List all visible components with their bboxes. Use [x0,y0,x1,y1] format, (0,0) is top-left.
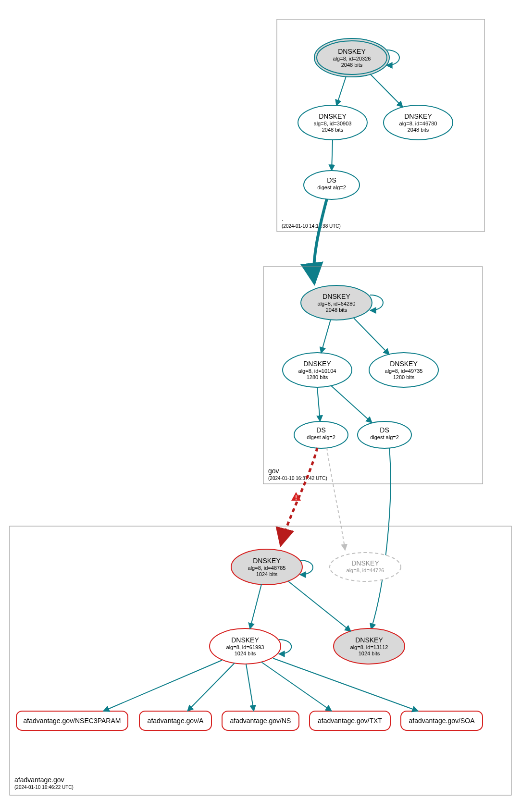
node-gov-ksk: DNSKEY alg=8, id=64280 2048 bits [301,285,372,320]
svg-text:afadvantage.gov/TXT: afadvantage.gov/TXT [318,717,382,725]
node-gov-ds2: DS digest alg=2 [358,421,411,448]
svg-text:2048 bits: 2048 bits [408,127,429,133]
node-gov-zsk2: DNSKEY alg=8, id=49735 1280 bits [369,353,438,387]
node-af-ksk: DNSKEY alg=8, id=48785 1024 bits [231,549,302,585]
svg-text:afadvantage.gov/NS: afadvantage.gov/NS [230,717,291,725]
svg-text:DNSKEY: DNSKEY [351,559,379,567]
svg-text:2048 bits: 2048 bits [322,127,344,133]
node-af-missing: DNSKEY alg=8, id=44726 [330,553,401,581]
rrset-txt: afadvantage.gov/TXT [310,711,390,730]
svg-text:DS: DS [380,426,389,434]
zone-af-name: afadvantage.gov [14,776,64,784]
svg-text:DS: DS [316,426,325,434]
zone-gov-name: gov [268,467,279,475]
svg-text:alg=8, id=20326: alg=8, id=20326 [333,56,371,62]
svg-text:1280 bits: 1280 bits [393,374,415,380]
svg-text:2048 bits: 2048 bits [326,307,347,313]
svg-text:afadvantage.gov/SOA: afadvantage.gov/SOA [409,717,475,725]
zone-gov-time: (2024-01-10 16:37:42 UTC) [268,476,327,481]
rrset-ns: afadvantage.gov/NS [222,711,299,730]
zone-af-time: (2024-01-10 16:46:22 UTC) [14,785,74,790]
svg-text:1024 bits: 1024 bits [359,651,380,656]
node-root-zsk2: DNSKEY alg=8, id=46780 2048 bits [384,105,453,140]
zone-root-name: . [282,215,284,222]
node-gov-zsk1: DNSKEY alg=8, id=10104 1280 bits [283,353,352,387]
svg-text:afadvantage.gov/A: afadvantage.gov/A [148,717,204,725]
node-gov-ds1: DS digest alg=2 [294,421,348,448]
zone-root-time: (2024-01-10 14:14:38 UTC) [282,223,341,229]
svg-text:alg=8, id=10104: alg=8, id=10104 [298,368,336,374]
svg-text:DNSKEY: DNSKEY [323,293,350,300]
svg-text:alg=8, id=30903: alg=8, id=30903 [314,121,352,126]
svg-text:DNSKEY: DNSKEY [355,636,383,644]
svg-text:alg=8, id=48785: alg=8, id=48785 [248,565,286,571]
svg-text:alg=8, id=64280: alg=8, id=64280 [318,301,356,307]
node-root-ksk: DNSKEY alg=8, id=20326 2048 bits [314,38,389,77]
svg-text:alg=8, id=61993: alg=8, id=61993 [226,644,264,650]
svg-text:DNSKEY: DNSKEY [390,360,418,368]
rrset-soa: afadvantage.gov/SOA [401,711,483,730]
svg-text:alg=8, id=13112: alg=8, id=13112 [350,644,388,650]
svg-text:alg=8, id=49735: alg=8, id=49735 [385,368,423,374]
svg-text:DNSKEY: DNSKEY [231,636,259,644]
node-af-other: DNSKEY alg=8, id=13112 1024 bits [334,628,405,664]
node-af-zsk: DNSKEY alg=8, id=61993 1024 bits [210,628,281,664]
svg-text:DNSKEY: DNSKEY [253,557,281,565]
svg-text:1024 bits: 1024 bits [256,571,278,577]
svg-text:DNSKEY: DNSKEY [338,48,366,55]
svg-text:alg=8, id=44726: alg=8, id=44726 [347,567,385,573]
svg-text:DS: DS [327,176,336,184]
svg-text:digest alg=2: digest alg=2 [307,434,335,440]
svg-text:!: ! [295,494,297,501]
node-root-ds: DS digest alg=2 [304,171,360,199]
svg-text:DNSKEY: DNSKEY [404,112,432,120]
svg-text:DNSKEY: DNSKEY [319,112,347,120]
rrset-nsec3param: afadvantage.gov/NSEC3PARAM [16,711,128,730]
dnssec-graph: . (2024-01-10 14:14:38 UTC) DNSKEY alg=8… [0,0,521,812]
svg-text:1024 bits: 1024 bits [235,651,256,656]
svg-text:2048 bits: 2048 bits [341,62,363,68]
svg-point-39 [330,553,401,581]
svg-text:1280 bits: 1280 bits [307,374,328,380]
svg-text:digest alg=2: digest alg=2 [370,434,399,440]
svg-text:digest alg=2: digest alg=2 [317,185,346,190]
svg-text:DNSKEY: DNSKEY [303,360,331,368]
svg-text:afadvantage.gov/NSEC3PARAM: afadvantage.gov/NSEC3PARAM [24,717,121,725]
node-root-zsk1: DNSKEY alg=8, id=30903 2048 bits [298,105,367,140]
rrset-a: afadvantage.gov/A [139,711,211,730]
svg-text:alg=8, id=46780: alg=8, id=46780 [399,121,437,126]
